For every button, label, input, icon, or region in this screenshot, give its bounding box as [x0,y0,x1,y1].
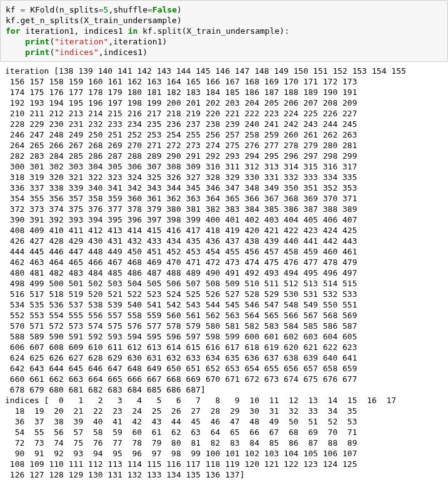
for-vars: iteration1, indices1 [20,26,127,36]
lparen: ( [54,5,59,14]
eq: = [99,5,104,14]
rparen: ) [142,48,147,57]
indent [6,48,25,57]
indent [6,37,25,46]
func-kfold: KFold [30,5,54,14]
arg-nsplits: n_splits [59,5,99,14]
for-iter: kf.split(X_train_undersample): [137,26,289,36]
getnsplits-call: kf.get_n_splits(X_train_undersample) [6,16,182,25]
rparen: ) [177,5,182,14]
kw-for: for [6,26,20,36]
code-line-3: for iteration1, indices1 in kf.split(X_t… [6,26,442,36]
bool-false: False [152,5,177,14]
rparen: ) [162,37,167,46]
output-indices: indices [ 0 1 2 3 4 5 6 7 8 9 10 11 12 1… [5,396,396,479]
code-line-5: print("indices",indices1) [6,47,442,58]
str-iteration: "iteration" [54,37,108,46]
code-output: iteration [138 139 140 141 142 143 144 1… [0,62,448,480]
func-print: print [25,37,49,46]
arg-shuffle: shuffle [113,5,147,14]
arg-indices1: indices1 [104,48,143,57]
code-line-4: print("iteration",iteration1) [6,36,442,47]
str-indices: "indices" [54,48,98,57]
var-kf: kf [6,5,20,14]
notebook-cell: kf = KFold(n_splits=5,shuffle=False) kf.… [0,0,448,480]
code-line-1: kf = KFold(n_splits=5,shuffle=False) [6,4,442,15]
code-input[interactable]: kf = KFold(n_splits=5,shuffle=False) kf.… [0,0,448,62]
arg-iteration1: iteration1 [113,37,162,46]
kw-in: in [128,26,138,36]
eq: = [147,5,152,14]
func-print: print [25,48,49,57]
code-line-2: kf.get_n_splits(X_train_undersample) [6,15,442,26]
output-iteration: iteration [138 139 140 141 142 143 144 1… [5,66,406,394]
comma: , [99,48,104,57]
space [25,5,30,14]
